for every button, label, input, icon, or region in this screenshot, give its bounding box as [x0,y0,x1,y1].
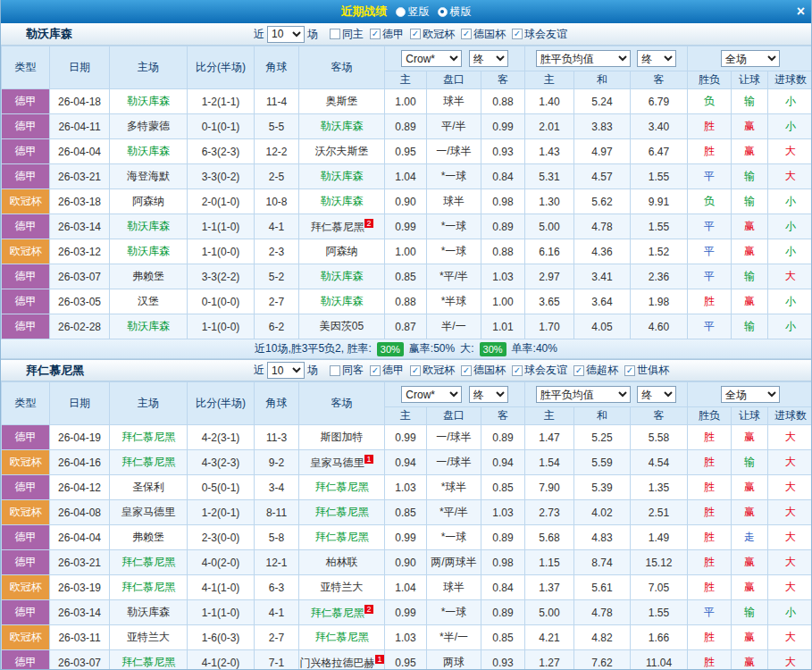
filter-欧冠杯[interactable]: ✓欧冠杯 [410,27,455,42]
odds-company-select[interactable]: Crow* [401,386,462,403]
team-name-link[interactable]: 拜仁慕尼黑 [315,631,369,643]
checkbox-icon[interactable]: ✓ [624,365,635,376]
team-name-link[interactable]: 勒沃库森 [321,270,364,282]
checkbox-icon[interactable]: ✓ [512,365,523,376]
match-count-select[interactable]: 10 [267,26,305,43]
checkbox-icon[interactable]: ✓ [410,365,421,376]
scope-select[interactable]: 全场 [721,386,780,403]
sub-away: 客 [481,71,525,89]
filter-德国杯[interactable]: ✓德国杯 [461,363,506,378]
team-name-link[interactable]: 亚特兰大 [127,631,170,643]
odds-company-select[interactable]: Crow* [401,50,462,67]
team-name-link[interactable]: 弗赖堡 [132,270,164,282]
team-name-link[interactable]: 勒沃库森 [127,95,170,107]
checkbox-icon[interactable]: ✓ [461,29,472,39]
ep-type-select[interactable]: 胜平负均值 [536,386,631,403]
team-name-link[interactable]: 勒沃库森 [127,606,170,618]
date-cell: 26-03-07 [50,264,110,289]
team-name-link[interactable]: 勒沃库森 [321,295,364,307]
filter-球会友谊[interactable]: ✓球会友谊 [512,363,567,378]
checkbox-icon[interactable]: ✓ [512,29,523,39]
team-name-link[interactable]: 皇家马德里 [121,506,175,518]
filter-德国杯[interactable]: ✓德国杯 [461,27,506,42]
team-name-link[interactable]: 勒沃库森 [321,170,364,182]
team-name-link[interactable]: 美因茨05 [320,320,364,332]
ep-stage-select[interactable]: 终 [637,50,676,67]
team-name-link[interactable]: 拜仁慕尼黑 [121,581,175,593]
team-name-link[interactable]: 勒沃库森 [321,120,364,132]
team-name-link[interactable]: 奥斯堡 [326,95,358,107]
team-name-link[interactable]: 亚特兰大 [321,581,364,593]
team-name-link[interactable]: 门兴格拉德巴赫 [299,657,374,669]
checkbox-icon[interactable] [330,365,340,376]
handicap-result-cell: 赢 [732,550,768,575]
odds-stage-select[interactable]: 终 [469,386,508,403]
team-name-link[interactable]: 拜仁慕尼黑 [121,656,175,668]
team-name-link[interactable]: 勒沃库森 [127,245,170,257]
team-name-link[interactable]: 沃尔夫斯堡 [315,145,369,157]
filter-世俱杯[interactable]: ✓世俱杯 [624,363,669,378]
team-name-link[interactable]: 皇家马德里 [310,456,364,469]
goals-result-cell: 大 [768,525,812,550]
checkbox-icon[interactable] [330,29,340,39]
team-name-link[interactable]: 勒沃库森 [127,145,170,157]
team-name-link[interactable]: 阿森纳 [132,195,164,207]
scope-group-header: 全场 [688,382,812,407]
team-name-link[interactable]: 勒沃库森 [127,320,170,332]
close-icon[interactable]: × [797,3,805,21]
team-name-link[interactable]: 拜仁慕尼黑 [310,221,364,233]
team-name-link[interactable]: 海登海默 [127,170,170,182]
team-name-link[interactable]: 拜仁慕尼黑 [315,506,369,518]
team-name-link[interactable]: 拜仁慕尼黑 [310,607,364,619]
team-name-link[interactable]: 圣保利 [132,481,164,493]
team-name-link[interactable]: 拜仁慕尼黑 [315,481,369,493]
ep-stage-select[interactable]: 终 [637,386,676,403]
team-name-link[interactable]: 汉堡 [138,295,159,307]
radio-vertical-layout[interactable]: 竖版 [396,4,430,20]
ep-type-select[interactable]: 胜平负均值 [536,50,631,67]
odds-stage-select[interactable]: 终 [469,50,508,67]
radio-on-icon [438,7,448,17]
team-name-link[interactable]: 斯图加特 [321,431,364,443]
radio-horizontal-layout[interactable]: 横版 [438,4,472,20]
filter-球会友谊[interactable]: ✓球会友谊 [512,27,567,42]
team-name-link[interactable]: 拜仁慕尼黑 [121,556,175,568]
corner-cell: 2-3 [255,239,299,264]
goals-result-cell: 大 [768,550,812,575]
filter-欧冠杯[interactable]: ✓欧冠杯 [410,363,455,378]
filter-同主[interactable]: 同主 [330,27,364,42]
scope-select[interactable]: 全场 [721,50,780,67]
ep-away-cell: 1.98 [631,289,688,314]
filter-德甲[interactable]: ✓德甲 [370,27,404,42]
asia-away-odds-cell: 0.98 [481,550,525,575]
home-team-cell: 圣保利 [110,475,188,500]
filter-同客[interactable]: 同客 [330,363,364,378]
asia-away-odds-cell: 0.99 [481,114,525,139]
result-cell: 平 [688,600,732,625]
checkbox-icon[interactable]: ✓ [370,29,381,39]
team-name-link[interactable]: 勒沃库森 [321,195,364,207]
handicap-cell: 两/两球半 [427,550,481,575]
team-name-link[interactable]: 柏林联 [326,556,358,568]
sub-ep-away: 客 [631,71,688,89]
team-name-link[interactable]: 勒沃库森 [127,220,170,232]
sub-handicap: 盘口 [427,71,481,89]
checkbox-icon[interactable]: ✓ [573,365,584,376]
table-header-row: 类型 日期 主场 比分(半场) 角球 客场 Crow* 终 胜平负均值 终 全场 [2,382,812,407]
team-name-link[interactable]: 拜仁慕尼黑 [315,531,369,543]
checkbox-icon[interactable]: ✓ [461,365,472,376]
home-team-cell: 勒沃库森 [110,239,188,264]
team-name-link[interactable]: 多特蒙德 [127,120,170,132]
checkbox-icon[interactable]: ✓ [410,29,421,39]
filter-德甲[interactable]: ✓德甲 [370,363,404,378]
sub-ep-home: 主 [525,407,574,425]
filter-德超杯[interactable]: ✓德超杯 [573,363,618,378]
team-name-link[interactable]: 拜仁慕尼黑 [121,456,175,468]
checkbox-icon[interactable]: ✓ [370,365,381,376]
team-name-link[interactable]: 拜仁慕尼黑 [121,431,175,443]
match-count-select[interactable]: 10 [267,362,305,379]
team-name-link[interactable]: 弗赖堡 [132,531,164,543]
ep-away-cell: 1.66 [631,625,688,650]
team-name-link[interactable]: 阿森纳 [326,245,358,257]
handicap-cell: 平/半 [427,114,481,139]
